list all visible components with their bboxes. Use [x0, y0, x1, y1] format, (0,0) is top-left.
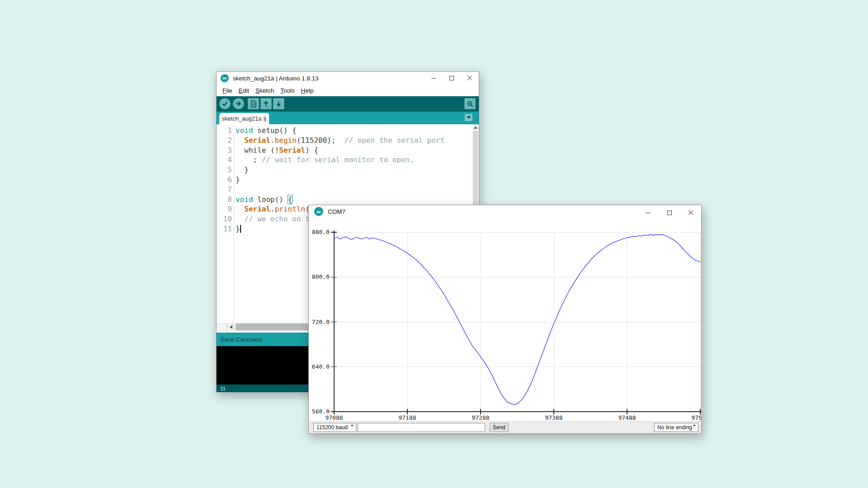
- arrow-left-icon: [230, 325, 232, 329]
- ide-tabstrip: sketch_aug21a §: [217, 112, 479, 124]
- code-line-3: 3 while (!Serial) {: [217, 145, 479, 155]
- maximize-icon: [449, 76, 454, 80]
- code-line-7: 7: [217, 185, 479, 195]
- chevron-down-icon: [351, 427, 354, 433]
- ide-minimize-button[interactable]: [425, 72, 443, 84]
- close-icon: [688, 210, 693, 216]
- ide-titlebar[interactable]: ∞ sketch_aug21a | Arduino 1.8.13: [217, 72, 479, 84]
- menu-file[interactable]: File: [219, 86, 236, 95]
- scroll-left-button[interactable]: [227, 324, 235, 330]
- arduino-logo-icon: ∞: [314, 207, 323, 216]
- chevron-down-icon: [693, 427, 696, 433]
- svg-text:97588: 97588: [691, 414, 702, 421]
- serial-plot-chart: 880.0800.0720.0640.0560.0970889718897288…: [309, 221, 702, 421]
- line-number: 11: [217, 224, 232, 234]
- svg-text:800.0: 800.0: [312, 273, 330, 280]
- code-line-5: 5 }: [217, 165, 479, 175]
- plotter-maximize-button[interactable]: [659, 205, 680, 221]
- line-ending-select[interactable]: No line ending: [654, 423, 698, 432]
- code-line-8: 8void loop() {: [217, 195, 479, 205]
- plotter-close-button[interactable]: [680, 205, 701, 221]
- serial-send-input[interactable]: [358, 423, 485, 432]
- code-line-4: 4 ; // wait for serial monitor to open.: [217, 155, 479, 165]
- minimize-icon: [431, 78, 436, 79]
- svg-text:720.0: 720.0: [312, 319, 330, 325]
- arrow-down-icon: [275, 100, 282, 108]
- ide-window-title: sketch_aug21a | Arduino 1.8.13: [233, 75, 319, 82]
- plotter-window-title: COM7: [328, 208, 345, 215]
- code-line-1: 1void setup() {: [217, 126, 479, 136]
- plotter-titlebar[interactable]: ∞ COM7: [309, 205, 701, 218]
- ide-toolbar: [217, 96, 479, 112]
- text-caret: [240, 225, 241, 233]
- arrow-right-icon: [235, 100, 242, 107]
- svg-text:97188: 97188: [398, 414, 416, 421]
- new-sketch-button[interactable]: [248, 98, 259, 109]
- chevron-down-icon: [467, 116, 471, 119]
- menu-sketch[interactable]: Sketch: [252, 86, 277, 95]
- line-number: 7: [217, 185, 232, 195]
- ide-close-button[interactable]: [461, 72, 479, 84]
- new-document-icon: [250, 100, 257, 108]
- maximize-icon: [667, 211, 672, 215]
- send-button[interactable]: Send: [490, 423, 509, 432]
- menu-tools[interactable]: Tools: [277, 86, 298, 95]
- baud-rate-value: 115200 baud: [316, 424, 348, 431]
- desktop: ∞ sketch_aug21a | Arduino 1.8.13 FileEdi…: [0, 0, 868, 488]
- tab-sketch-aug21a[interactable]: sketch_aug21a §: [219, 113, 269, 124]
- verify-button[interactable]: [219, 98, 231, 109]
- ide-menubar: FileEditSketchToolsHelp: [217, 84, 479, 96]
- upload-button[interactable]: [233, 98, 244, 109]
- menu-help[interactable]: Help: [298, 86, 317, 95]
- open-sketch-button[interactable]: [260, 98, 272, 109]
- svg-text:97088: 97088: [325, 414, 343, 421]
- code-line-6: 6}: [217, 175, 479, 185]
- close-icon: [467, 75, 472, 81]
- serial-monitor-button[interactable]: [464, 98, 476, 109]
- line-number: 6: [217, 175, 232, 185]
- baud-rate-select[interactable]: 115200 baud: [313, 423, 356, 432]
- magnifier-icon: [467, 100, 474, 108]
- code-line-2: 2 Serial.begin(115200); // open the seri…: [217, 136, 479, 145]
- line-number: 1: [217, 126, 232, 136]
- minimize-icon: [646, 213, 651, 213]
- svg-text:880.0: 880.0: [312, 229, 330, 235]
- plot-area: 880.0800.0720.0640.0560.0970889718897288…: [309, 221, 702, 421]
- line-number: 5: [217, 165, 232, 175]
- scroll-up-button[interactable]: [472, 124, 478, 131]
- tab-menu-button[interactable]: [465, 114, 472, 121]
- scrollbar-corner: [217, 324, 226, 330]
- svg-text:97388: 97388: [545, 414, 562, 421]
- current-line-indicator: 11: [220, 386, 226, 391]
- line-number: 9: [217, 204, 232, 214]
- svg-text:640.0: 640.0: [312, 363, 330, 370]
- menu-edit[interactable]: Edit: [236, 86, 252, 95]
- line-ending-value: No line ending: [657, 424, 692, 431]
- plotter-minimize-button[interactable]: [637, 205, 659, 221]
- svg-text:97488: 97488: [618, 414, 636, 421]
- save-sketch-button[interactable]: [273, 98, 284, 109]
- svg-text:97288: 97288: [472, 414, 489, 421]
- plotter-bottom-bar: 115200 baud Send No line ending: [309, 421, 701, 433]
- arrow-up-icon: [474, 126, 477, 129]
- arduino-logo-icon: ∞: [221, 74, 229, 82]
- line-number: 10: [217, 214, 232, 224]
- ide-maximize-button[interactable]: [443, 72, 461, 84]
- status-message: Save Canceled.: [220, 336, 263, 343]
- line-number: 8: [217, 195, 232, 205]
- svg-text:560.0: 560.0: [312, 408, 330, 415]
- line-number: 2: [217, 136, 232, 145]
- line-number: 4: [217, 155, 232, 165]
- arrow-up-icon: [263, 100, 269, 108]
- checkmark-icon: [222, 100, 228, 107]
- line-number: 3: [217, 145, 232, 155]
- serial-plotter-window: ∞ COM7 880.0800.0720.0640.0560.097088971…: [308, 205, 702, 434]
